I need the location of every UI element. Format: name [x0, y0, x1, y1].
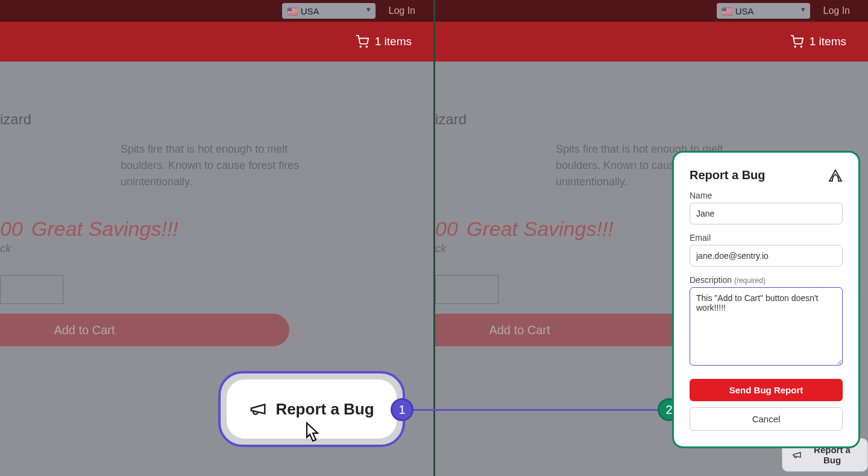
description-label-text: Description [690, 275, 732, 285]
cancel-button[interactable]: Cancel [690, 407, 843, 431]
feedback-modal: Report a Bug Name Email Description (req… [679, 157, 854, 442]
country-select[interactable]: 🇺🇸 USA [282, 3, 376, 19]
cart-icon[interactable] [356, 35, 369, 48]
cart-bar: 1 items [0, 22, 433, 62]
svg-point-1 [366, 46, 367, 47]
report-bug-button[interactable]: Report a Bug [227, 379, 397, 439]
send-bug-report-button[interactable]: Send Bug Report [690, 379, 843, 401]
megaphone-icon [792, 450, 802, 460]
email-input[interactable] [690, 245, 843, 267]
step-connector-line [414, 409, 659, 411]
svg-point-2 [794, 46, 796, 47]
modal-title: Report a Bug [690, 168, 766, 182]
topbar: 🇺🇸 USA Log In [0, 0, 433, 22]
name-input[interactable] [690, 203, 843, 224]
report-bug-highlight-outline: Report a Bug [218, 371, 405, 447]
sentry-logo-icon [828, 169, 843, 182]
country-select[interactable]: 🇺🇸 USA [717, 3, 810, 19]
cart-bar: 1 items [435, 22, 868, 62]
login-link[interactable]: Log In [823, 5, 850, 16]
step-badge-1: 1 [391, 398, 414, 421]
cart-icon[interactable] [790, 35, 804, 48]
country-select-wrap: 🇺🇸 USA [717, 3, 810, 19]
cart-items-label[interactable]: 1 items [810, 35, 846, 48]
email-label: Email [690, 233, 843, 243]
description-required-text: (required) [734, 276, 766, 285]
feedback-modal-outline: Report a Bug Name Email Description (req… [672, 151, 860, 448]
panel-divider [433, 0, 435, 476]
description-textarea[interactable]: This "Add to Cart" button doesn't work!!… [690, 287, 843, 366]
megaphone-icon [249, 400, 267, 418]
modal-header: Report a Bug [690, 168, 843, 182]
topbar: 🇺🇸 USA Log In [435, 0, 868, 22]
svg-point-3 [800, 46, 802, 47]
description-label: Description (required) [690, 275, 843, 285]
name-label: Name [690, 191, 843, 200]
svg-point-0 [360, 46, 361, 47]
report-bug-label: Report a Bug [275, 400, 374, 419]
country-select-wrap: 🇺🇸 USA [282, 3, 376, 19]
cart-items-label[interactable]: 1 items [375, 35, 412, 48]
login-link[interactable]: Log In [389, 5, 415, 16]
